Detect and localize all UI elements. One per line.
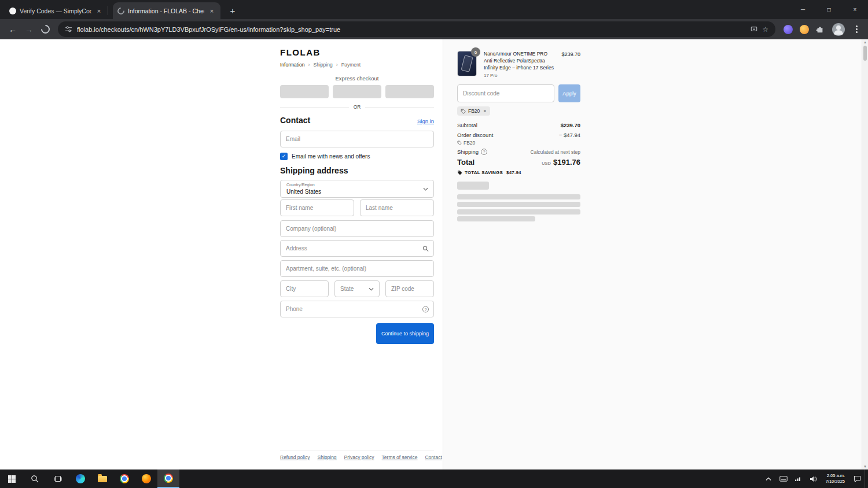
extension-icon-2[interactable]	[800, 25, 809, 34]
close-window-button[interactable]: ×	[842, 0, 868, 19]
page-scrollbar[interactable]: ▲ ▼	[862, 39, 868, 469]
store-logo[interactable]: FLOLAB	[280, 47, 321, 57]
task-view-button[interactable]	[46, 469, 69, 488]
refund-policy-link[interactable]: Refund policy	[280, 454, 310, 460]
product-variant: 17 Pro	[484, 73, 557, 78]
minimize-button[interactable]: ─	[790, 0, 816, 19]
bookmark-star-icon[interactable]: ☆	[762, 25, 768, 34]
scroll-up-icon[interactable]: ▲	[862, 39, 868, 45]
address-bar[interactable]: flolab.io/checkouts/cn/hWN3pY7LD3VBpxufJ…	[58, 21, 775, 37]
footer-links: Refund policy Shipping Privacy policy Te…	[280, 454, 434, 460]
company-input[interactable]	[280, 220, 434, 237]
help-question-icon[interactable]: ?	[422, 306, 429, 312]
country-select[interactable]: Country/Region United States	[280, 180, 434, 198]
apply-discount-button[interactable]: Apply	[558, 84, 580, 102]
total-savings-value: $47.94	[506, 170, 521, 175]
windows-logo-icon	[8, 475, 16, 483]
taskbar-firefox-icon[interactable]	[135, 469, 157, 488]
breadcrumb-payment[interactable]: Payment	[341, 62, 361, 68]
continue-to-shipping-button[interactable]: Continue to shipping	[376, 323, 434, 344]
shipping-policy-link[interactable]: Shipping	[318, 454, 337, 460]
taskbar-edge-icon[interactable]	[69, 469, 91, 488]
show-desktop-button[interactable]	[865, 469, 868, 488]
breadcrumb-shipping[interactable]: Shipping	[314, 62, 333, 68]
order-discount-row: Order discount − $47.94	[457, 132, 580, 138]
task-view-icon	[54, 475, 62, 483]
touch-keyboard-icon[interactable]	[776, 469, 791, 488]
taskbar-chrome-active-icon[interactable]	[157, 469, 179, 488]
install-icon[interactable]	[751, 26, 757, 33]
window-controls: ─ □ ×	[790, 0, 868, 19]
zip-input[interactable]	[385, 280, 434, 297]
profile-avatar[interactable]	[832, 23, 845, 36]
taskbar-search-button[interactable]	[23, 469, 46, 488]
express-button-skeleton[interactable]	[333, 85, 381, 98]
checkout-main-panel: FLOLAB Information › Shipping › Payment …	[0, 39, 443, 469]
express-checkout-label: Express checkout	[280, 75, 434, 82]
maximize-button[interactable]: □	[816, 0, 842, 19]
divider-line	[280, 107, 349, 108]
network-icon[interactable]	[791, 469, 806, 488]
new-tab-button[interactable]: +	[225, 3, 240, 18]
tab-close-icon[interactable]: ×	[95, 7, 103, 15]
system-tray: 2:05 a.m. 7/10/2025	[761, 469, 868, 488]
product-price: $239.70	[561, 51, 580, 57]
discount-code-label: FB20	[468, 108, 480, 114]
tab-close-icon[interactable]: ×	[208, 7, 216, 15]
taskbar-file-explorer-icon[interactable]	[91, 469, 113, 488]
or-divider: OR	[280, 104, 434, 110]
action-center-icon[interactable]	[849, 469, 865, 488]
address-input[interactable]	[280, 240, 434, 257]
product-title: NanoArmour ONETIME PRO Anti Reflective P…	[484, 51, 557, 72]
extensions-puzzle-icon[interactable]	[816, 25, 824, 34]
forward-button[interactable]: →	[21, 21, 37, 38]
taskbar-clock[interactable]: 2:05 a.m. 7/10/2025	[821, 469, 849, 488]
loading-skeleton	[457, 182, 489, 190]
total-label: Total	[457, 158, 475, 167]
tray-chevron-up-icon[interactable]	[761, 469, 776, 488]
discount-code-input[interactable]	[457, 84, 554, 102]
contact-link[interactable]: Contact	[425, 454, 442, 460]
speaker-icon[interactable]	[806, 469, 821, 488]
shipping-info-icon[interactable]: ?	[481, 149, 487, 155]
checkout-page: FLOLAB Information › Shipping › Payment …	[0, 39, 868, 469]
url-text: flolab.io/checkouts/cn/hWN3pY7LD3VBpxufJ…	[77, 26, 746, 33]
reload-loading-spinner[interactable]	[37, 21, 53, 38]
shipping-row: Shipping ? Calculated at next step	[457, 149, 580, 155]
tab-simplycodes[interactable]: Verify Codes — SimplyCodes ×	[5, 2, 108, 19]
scroll-down-icon[interactable]: ▼	[862, 464, 868, 469]
scrollbar-thumb[interactable]	[863, 46, 867, 61]
first-name-input[interactable]	[280, 199, 354, 216]
apartment-input[interactable]	[280, 260, 434, 277]
order-item: 6 NanoArmour ONETIME PRO Anti Reflective…	[457, 51, 580, 78]
chevron-down-icon	[423, 187, 428, 191]
breadcrumb-information[interactable]: Information	[280, 62, 305, 68]
last-name-input[interactable]	[360, 199, 434, 216]
taskbar-chrome-icon[interactable]	[113, 469, 135, 488]
remove-discount-icon[interactable]: ×	[483, 108, 486, 114]
chevron-right-icon: ›	[336, 62, 338, 68]
browser-menu-button[interactable]	[849, 23, 863, 36]
sign-in-link[interactable]: Sign in	[417, 118, 434, 124]
city-input[interactable]	[280, 280, 329, 297]
privacy-policy-link[interactable]: Privacy policy	[344, 454, 374, 460]
email-input[interactable]	[280, 131, 434, 147]
simplycodes-favicon	[9, 8, 16, 14]
state-select[interactable]: State	[334, 280, 380, 297]
express-button-skeleton[interactable]	[385, 85, 434, 98]
subtotal-label: Subtotal	[457, 122, 477, 128]
news-checkbox[interactable]: ✓	[280, 153, 288, 160]
start-button[interactable]	[0, 469, 23, 488]
back-button[interactable]: ←	[5, 21, 21, 38]
tab-strip: Verify Codes — SimplyCodes × Information…	[0, 0, 868, 19]
chevron-right-icon: ›	[308, 62, 310, 68]
terms-of-service-link[interactable]: Terms of service	[382, 454, 418, 460]
or-label: OR	[354, 104, 361, 110]
tab-flolab-checkout[interactable]: Information - FLOLAB - Checko ×	[113, 2, 220, 19]
product-thumbnail: 6	[457, 51, 477, 76]
phone-input[interactable]	[280, 301, 434, 317]
total-row: Total USD $191.76	[457, 158, 580, 167]
express-button-skeleton[interactable]	[280, 85, 329, 98]
site-settings-tune-icon[interactable]	[65, 25, 72, 33]
extension-icon-1[interactable]	[784, 25, 793, 34]
